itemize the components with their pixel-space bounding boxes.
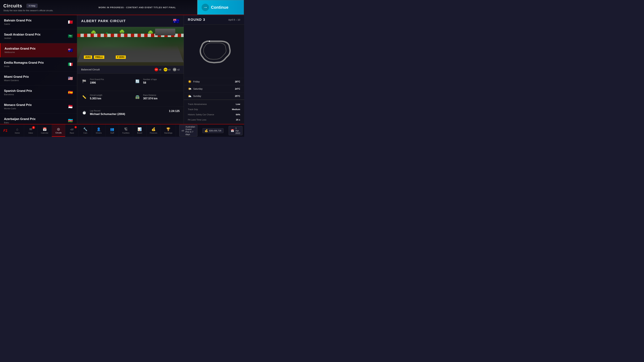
length-value: 5.303 km	[90, 97, 102, 100]
weather-icon-saturday: 🌤️	[188, 87, 192, 91]
nav-warn-race: !	[74, 126, 77, 128]
circuit-type: Balanced Circuit	[81, 68, 100, 71]
circuit-city: Jeddah	[4, 37, 40, 39]
event-status: 🏎 Australian Grand Prix in 7 days	[179, 125, 198, 136]
center-panel: ALBERT PARK CIRCUIT 🇦🇺 🌳 🌲 🌳 🌲 🌳 PIRELLI…	[77, 15, 184, 124]
nav-label-cars: Cars	[83, 132, 87, 134]
tyre-count-soft: x8	[159, 68, 161, 71]
length-label: Circuit Length	[90, 94, 102, 96]
round-label: ROUND 3	[188, 18, 205, 22]
nav-item-drivers[interactable]: 👤 Drivers	[92, 124, 106, 137]
track-inner	[204, 43, 226, 59]
nav-item-standings[interactable]: 🏆 Standings	[161, 124, 176, 137]
nav-icon-inbox: ✉	[29, 127, 32, 131]
page-title: Circuits	[3, 3, 22, 8]
nav-icon-staff: 👥	[110, 127, 114, 131]
distance-value: 307.574 km	[143, 97, 158, 100]
weather-icon-sunday: ⛅	[188, 94, 192, 98]
nav-label-drivers: Drivers	[96, 132, 102, 134]
circuit-city: Imola	[4, 65, 44, 67]
nav-item-calendar[interactable]: 📅 Calendar	[38, 124, 52, 137]
nav-icon-home: ⌂	[16, 127, 18, 131]
nav-item-home[interactable]: ⌂ Home	[11, 124, 24, 137]
weather-row-friday: ☀️ Friday 28°C	[184, 78, 244, 85]
grip-row: Track Grip Medium	[184, 107, 244, 112]
nav-label-facilities: Facilities	[122, 132, 130, 134]
weather-day-friday: Friday	[193, 80, 200, 83]
date-text: 1 Apr, 2022	[236, 127, 240, 134]
pit-loss-label: Pit Lane Time Loss	[188, 118, 206, 121]
round-header: ROUND 3 April 8 – 10	[184, 15, 244, 24]
circuit-item-azerbaijan[interactable]: Azerbaijan Grand Prix Baku 🇦🇿	[0, 114, 77, 124]
first-gp-stat: 🏁 First Grand Prix 1996	[77, 75, 130, 91]
safety-car-label: Historic Safety Car Chance	[188, 113, 214, 116]
nav-item-finances[interactable]: 💰 Finances	[146, 124, 161, 137]
abrasiveness-label: Track Abrasiveness	[188, 103, 207, 105]
title-section: Circuits H Help Study the race data for …	[0, 3, 77, 12]
pirelli-banner: P ZERO	[116, 55, 126, 59]
laps-stat: 🔄 Number of laps 58	[130, 75, 184, 91]
grip-label: Track Grip	[188, 108, 198, 111]
event-icon: 🏎	[182, 129, 184, 132]
circuit-name: Emilia Romagna Grand Prix	[4, 61, 44, 64]
tyre-circle-hard: C2	[173, 68, 176, 71]
laps-label: Number of laps	[143, 78, 157, 81]
length-stat: 📏 Circuit Length 5.303 km	[77, 91, 130, 107]
nav-item-cars[interactable]: 🔧 Cars	[79, 124, 92, 137]
nav-item-staff[interactable]: 👥 Staff	[106, 124, 119, 137]
circuit-name: Monaco Grand Prix	[4, 103, 32, 107]
track-map-svg	[194, 38, 234, 65]
circuit-item-monaco[interactable]: Monaco Grand Prix Monte-Carlo 🇲🇨	[0, 99, 77, 114]
abrasiveness-value: Low	[236, 103, 240, 105]
continue-button[interactable]: → Continue	[197, 0, 244, 15]
circuit-flag-australia: 🇦🇺	[68, 48, 73, 53]
nav-icon-cars: 🔧	[83, 127, 88, 131]
nav-label-calendar: Calendar	[41, 132, 48, 134]
nav-badge-inbox: 3	[32, 126, 35, 129]
circuit-item-australia[interactable]: Australian Grand Prix Melbourne 🇦🇺	[0, 43, 77, 57]
wip-notice: WORK IN PROGRESS - CONTENT AND EVENT TIT…	[77, 6, 197, 9]
nav-item-inbox[interactable]: 3 ✉ Inbox	[24, 124, 38, 137]
circuit-name: Bahrain Grand Prix	[4, 19, 32, 22]
bottom-status: 🏎 Australian Grand Prix in 7 days 💰 $38,…	[176, 124, 244, 137]
nav-item-facilities[interactable]: 🏗 Facilities	[119, 124, 133, 137]
nav-label-circuits: Circuits	[55, 132, 62, 134]
nav-icon-drivers: 👤	[96, 127, 101, 131]
circuit-item-bahrain[interactable]: Bahrain Grand Prix Sakhir 🇧🇭	[0, 15, 77, 29]
help-button[interactable]: H Help	[26, 4, 38, 8]
circuit-flag-monaco: 🇲🇨	[68, 104, 73, 109]
help-label: H Help	[29, 4, 36, 7]
f1-logo: F1	[0, 124, 11, 137]
nav-item-circuits[interactable]: ◎ Circuits	[52, 124, 65, 137]
circuit-name: Spanish Grand Prix	[4, 89, 32, 93]
laps-value: 58	[143, 81, 157, 84]
nav-icon-calendar: 📅	[42, 127, 47, 131]
tyre-hard: C2 x2	[173, 68, 180, 71]
nav-label-board: Board	[137, 132, 142, 134]
top-bar: Circuits H Help Study the race data for …	[0, 0, 244, 15]
tyre-compounds: C4 x8 C3 x3 C2 x2	[154, 68, 180, 71]
circuit-item-spanish[interactable]: Spanish Grand Prix Barcelona 🇪🇸	[0, 85, 77, 99]
lap-record-label: Lap Record	[90, 110, 125, 112]
calendar-icon: 📅	[231, 129, 234, 132]
circuit-item-emilia[interactable]: Emilia Romagna Grand Prix Imola 🇮🇹	[0, 57, 77, 71]
tyre-count-medium: x3	[168, 68, 170, 71]
circuit-item-saudi[interactable]: Saudi Arabian Grand Prix Jeddah 🇸🇦	[0, 29, 77, 43]
grip-value: Medium	[232, 108, 240, 111]
lap-record-time: 1:24:125	[169, 110, 180, 113]
laps-icon: 🔄	[134, 78, 140, 84]
distance-icon: 🛣️	[134, 94, 140, 100]
page-subtitle: Study the race data for this season's of…	[3, 9, 74, 12]
right-panel: ROUND 3 April 8 – 10 ☀️ Friday 28°C	[184, 15, 244, 124]
tyre-count-hard: x2	[177, 68, 180, 71]
nav-item-race[interactable]: ! 🏎 Race	[65, 124, 79, 137]
circuit-city: Baku	[4, 121, 36, 124]
circuit-item-miami[interactable]: Miami Grand Prix Miami Gardens 🇺🇸	[0, 71, 77, 85]
first-gp-value: 1996	[90, 81, 104, 84]
circuit-name: Azerbaijan Grand Prix	[4, 117, 36, 121]
nav-item-board[interactable]: 📊 Board	[133, 124, 146, 137]
circuit-flag-bahrain: 🇧🇭	[68, 20, 73, 24]
nav-bar: ⌂ Home 3 ✉ Inbox 📅 Calendar ◎ Circuits !…	[11, 124, 176, 137]
circuit-city: Monte-Carlo	[4, 107, 32, 110]
round-dates: April 8 – 10	[228, 18, 240, 21]
